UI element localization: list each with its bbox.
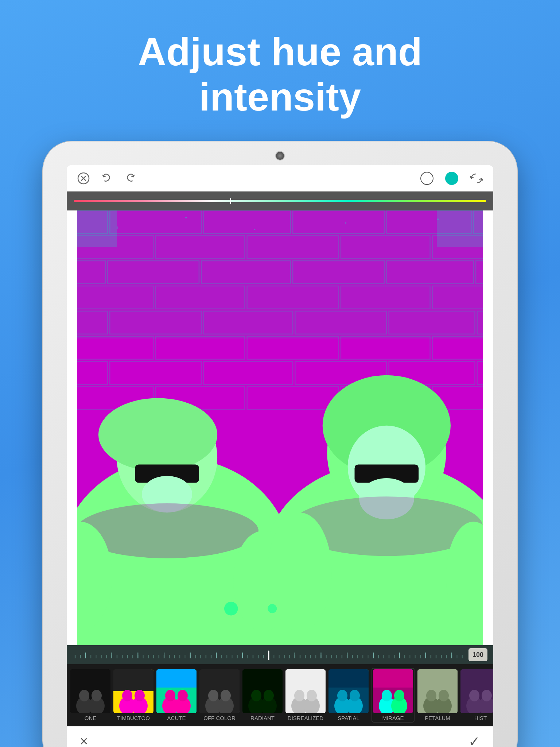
svg-point-109: [264, 690, 274, 701]
svg-point-114: [307, 690, 317, 701]
image-area: [67, 210, 493, 645]
filter-timbuctoo[interactable]: TIMBUCTOO: [113, 669, 153, 721]
filter-label-none: ONE: [85, 715, 97, 721]
svg-rect-48: [77, 210, 483, 338]
filter-label-petalum: PETALUM: [425, 715, 450, 721]
svg-point-76: [224, 602, 238, 616]
svg-point-72: [268, 513, 332, 632]
tablet-device: 100 ONE: [43, 142, 517, 747]
compare-button[interactable]: [419, 170, 435, 186]
image-padding-left: [67, 210, 77, 645]
image-padding-right: [483, 210, 493, 645]
svg-point-93: [135, 690, 145, 701]
filter-label-acute: ACUTE: [167, 715, 186, 721]
intensity-value: 100: [468, 648, 487, 661]
filter-label-disrealized: DISREALIZED: [288, 715, 323, 721]
filter-thumb-disrealized: [285, 669, 326, 713]
filter-label-hist: HIST: [474, 715, 487, 721]
compare-icon: [420, 172, 433, 185]
svg-point-58: [98, 398, 217, 472]
svg-point-99: [178, 690, 188, 701]
filter-label-timbuctoo: TIMBUCTOO: [117, 715, 150, 721]
filter-thumb-acute: [156, 669, 197, 713]
svg-point-102: [208, 690, 218, 701]
svg-rect-74: [77, 210, 117, 247]
filter-spatial[interactable]: SPATIAL: [328, 669, 369, 721]
image-canvas: [77, 210, 483, 645]
tablet-screen: 100 ONE: [67, 165, 493, 747]
page-headline: Adjust hue and intensity: [116, 29, 444, 120]
svg-rect-52: [254, 229, 255, 231]
active-filter-icon: [445, 172, 458, 185]
filter-thumb-timbuctoo: [113, 669, 153, 713]
svg-point-85: [79, 690, 89, 701]
confirm-edit-button[interactable]: ✓: [468, 734, 480, 747]
svg-point-91: [122, 690, 132, 701]
main-image: [77, 210, 483, 645]
hue-slider-bar[interactable]: [67, 191, 493, 210]
filter-offcolor[interactable]: OFF COLOR: [199, 669, 240, 721]
hue-thumb: [230, 198, 231, 204]
svg-point-134: [469, 690, 479, 701]
filter-disrealized[interactable]: DISREALIZED: [285, 669, 326, 721]
tablet-camera: [276, 152, 284, 160]
filter-label-offcolor: OFF COLOR: [203, 715, 236, 721]
svg-rect-53: [345, 222, 346, 224]
undo-button[interactable]: [99, 170, 115, 186]
svg-point-77: [268, 604, 277, 613]
filter-thumb-spatial: [328, 669, 369, 713]
svg-point-124: [382, 690, 392, 701]
filter-thumb-mirage: [373, 669, 413, 713]
filter-thumb-petalum: [417, 669, 458, 713]
svg-point-87: [92, 690, 102, 701]
svg-point-129: [426, 690, 436, 701]
intensity-track[interactable]: [73, 650, 465, 660]
svg-point-120: [350, 690, 360, 701]
filter-strip: ONE TIMBUCTOO: [67, 664, 493, 726]
action-bar: × ✓: [67, 726, 493, 747]
app-toolbar: [67, 165, 493, 191]
filter-hist[interactable]: HIST: [460, 669, 493, 721]
filter-thumb-radiant: [242, 669, 283, 713]
active-filter-button[interactable]: [444, 170, 460, 186]
svg-point-131: [439, 690, 449, 701]
filter-none[interactable]: ONE: [70, 669, 110, 721]
filter-label-mirage: MIRAGE: [382, 715, 404, 721]
cancel-button[interactable]: [75, 170, 92, 186]
headline-line2: intensity: [199, 75, 361, 119]
headline-line1: Adjust hue and: [138, 30, 422, 74]
hue-track[interactable]: [74, 200, 486, 202]
toolbar-left: [75, 170, 138, 186]
filter-label-radiant: RADIANT: [250, 715, 275, 721]
svg-point-136: [482, 690, 492, 701]
svg-rect-51: [185, 217, 187, 218]
filter-petalum[interactable]: PETALUM: [417, 669, 458, 721]
svg-rect-50: [117, 227, 118, 229]
cancel-edit-button[interactable]: ×: [80, 734, 88, 747]
filter-acute[interactable]: ACUTE: [156, 669, 197, 721]
svg-rect-75: [437, 210, 483, 247]
filter-radiant[interactable]: RADIANT: [242, 669, 283, 721]
svg-point-104: [221, 690, 231, 701]
filter-thumb-none: [70, 669, 110, 713]
filter-mirage[interactable]: MIRAGE: [372, 668, 415, 723]
svg-point-112: [294, 690, 304, 701]
svg-point-126: [394, 690, 404, 701]
filter-label-spatial: SPATIAL: [338, 715, 359, 721]
intensity-slider-bar[interactable]: 100: [67, 645, 493, 664]
filter-thumb-offcolor: [199, 669, 240, 713]
intensity-ticks-svg: [73, 650, 465, 660]
flip-button[interactable]: [468, 170, 485, 186]
filter-thumb-hist: [460, 669, 493, 713]
svg-point-97: [165, 690, 175, 701]
redo-button[interactable]: [122, 170, 138, 186]
toolbar-right: [419, 170, 485, 186]
svg-point-118: [337, 690, 347, 701]
svg-point-107: [251, 690, 261, 701]
